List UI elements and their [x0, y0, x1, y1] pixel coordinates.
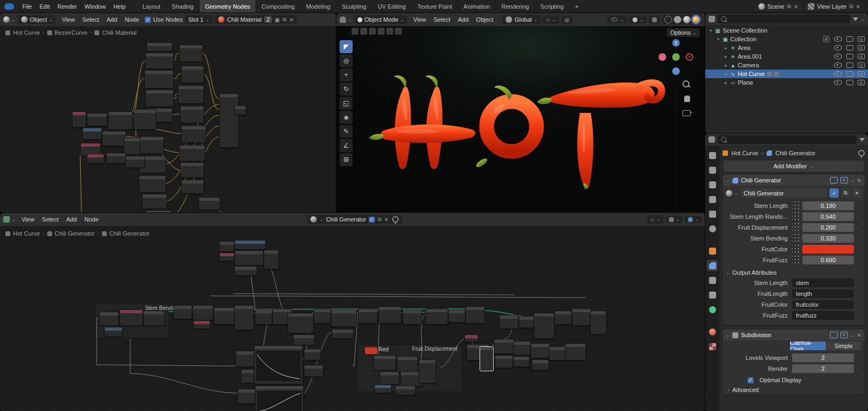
graph-node[interactable]	[87, 113, 107, 126]
input-attribute-toggle-button[interactable]	[792, 201, 801, 210]
properties-tab-object[interactable]	[707, 245, 718, 256]
graph-node[interactable]	[379, 306, 401, 324]
pin-icon[interactable]	[392, 216, 399, 223]
properties-tab-modifier[interactable]	[707, 260, 718, 271]
workspace-tab-scripting[interactable]: Scripting	[535, 0, 570, 13]
graph-node[interactable]	[108, 111, 133, 130]
transform-orientation-dropdown[interactable]: Global ⌄	[502, 15, 541, 24]
mode-dropdown[interactable]: Object Mode ⌄	[354, 15, 407, 24]
editor-type-icon[interactable]	[3, 216, 10, 223]
zoom-icon[interactable]	[682, 80, 691, 89]
expand-arrow-icon[interactable]: ▸	[723, 72, 729, 77]
unlink-node-group-icon[interactable]: ✕	[384, 217, 388, 223]
graph-node[interactable]	[288, 313, 314, 333]
hide-eye-icon[interactable]	[834, 62, 842, 68]
axis-x-dot[interactable]	[659, 53, 666, 61]
outliner-row-scene-collection[interactable]: ▾▦Scene Collection	[705, 26, 868, 35]
graph-node[interactable]	[480, 346, 494, 371]
shader-type-dropdown[interactable]: Object ⌄	[18, 15, 56, 24]
graph-node[interactable]	[180, 162, 204, 178]
graph-node[interactable]	[448, 309, 465, 323]
display-render-toggle[interactable]	[840, 177, 848, 184]
collapse-caret-icon[interactable]: ⌄	[726, 333, 730, 338]
menu-window[interactable]: Window	[81, 2, 110, 11]
menu-view[interactable]: View	[58, 15, 79, 24]
remove-view-layer-icon[interactable]: ✕	[856, 4, 860, 10]
animate-decorator[interactable]: ·	[854, 257, 860, 263]
editor-type-caret-icon[interactable]: ⌄	[12, 17, 16, 22]
viewport-canvas[interactable]: Options⌄ ◤◎+↻◱◈✎∠⊞	[336, 26, 705, 213]
copy-node-group-icon[interactable]: ⧉	[841, 188, 850, 198]
editor-type-caret-icon[interactable]: ⌄	[12, 217, 16, 222]
graph-node[interactable]	[145, 53, 174, 69]
editor-type-icon[interactable]	[709, 16, 715, 22]
axis-neg-x-dot[interactable]: ✕	[686, 53, 693, 61]
disable-viewport-icon[interactable]	[846, 71, 853, 77]
workspace-tab-shading[interactable]: Shading	[167, 0, 200, 13]
hide-eye-icon[interactable]	[834, 36, 842, 42]
fake-user-toggle[interactable]: ✓	[829, 188, 839, 198]
disable-viewport-icon[interactable]	[846, 80, 853, 85]
graph-node[interactable]	[425, 308, 448, 325]
graph-node[interactable]	[590, 311, 607, 334]
axis-neg-z-dot[interactable]	[672, 67, 680, 75]
node-group-selector[interactable]: ⌄ Chili Generator ✓ ⧉ ✕	[307, 215, 402, 224]
graph-node[interactable]	[119, 309, 143, 326]
scene-copy-icon[interactable]: ⧉	[787, 3, 791, 10]
value-slider[interactable]: 0.190	[802, 201, 854, 210]
graph-node[interactable]	[145, 90, 174, 107]
expand-arrow-icon[interactable]: ▸	[723, 46, 729, 50]
output-attributes-header[interactable]: ⌄Output Attributes	[723, 268, 865, 277]
graph-node[interactable]	[374, 384, 392, 393]
properties-tab-material[interactable]	[707, 326, 718, 337]
properties-search-input[interactable]	[718, 135, 857, 144]
graph-node[interactable]	[143, 311, 165, 326]
graph-node[interactable]	[572, 308, 591, 326]
material-users-count[interactable]: 2	[264, 16, 272, 23]
graph-node[interactable]	[179, 145, 205, 161]
graph-node[interactable]	[565, 343, 586, 361]
editor-type-icon[interactable]	[340, 16, 346, 23]
graph-node[interactable]	[304, 365, 323, 377]
properties-tab-render[interactable]	[707, 165, 718, 175]
menu-add[interactable]: Add	[454, 15, 473, 24]
graph-node[interactable]	[234, 266, 257, 276]
graph-node[interactable]	[140, 136, 164, 154]
workspace-tab-geometry-nodes[interactable]: Geometry Nodes	[200, 0, 256, 13]
outliner-row-plane[interactable]: ▸▱Plane	[705, 78, 868, 87]
graph-node[interactable]	[264, 250, 279, 269]
browse-node-group-icon[interactable]: ⌄	[735, 191, 738, 195]
collapse-caret-icon[interactable]: ⌄	[726, 178, 730, 183]
graph-node[interactable]	[419, 359, 436, 383]
graph-node[interactable]	[534, 313, 554, 339]
material-shading-icon[interactable]	[683, 16, 691, 23]
visibility-dropdown[interactable]: ⌄	[607, 16, 628, 23]
graph-node[interactable]	[499, 315, 519, 329]
graph-node[interactable]	[219, 93, 239, 148]
menu-select[interactable]: Select	[79, 15, 103, 24]
modifier-name[interactable]: Chili Generator	[741, 177, 781, 184]
node-group-field[interactable]: Chili Generator	[741, 188, 827, 198]
output-attr-input[interactable]: fruitcolor	[792, 300, 854, 309]
properties-tab-scene[interactable]	[707, 208, 718, 219]
breadcrumb-modifier[interactable]: Chili Generator	[775, 150, 815, 156]
graph-node[interactable]	[146, 42, 173, 52]
graph-node[interactable]	[102, 131, 126, 146]
graph-node[interactable]	[495, 355, 513, 368]
modifier-menu-icon[interactable]: ⌄	[851, 333, 854, 338]
menu-node[interactable]: Node	[121, 15, 143, 24]
expand-arrow-icon[interactable]: ▸	[723, 63, 729, 68]
new-view-layer-icon[interactable]: ⧉	[849, 3, 853, 10]
graph-node[interactable]	[465, 306, 485, 324]
modifier-header[interactable]: ⌄ Chili Generator ⌄ ✕	[723, 175, 865, 186]
outliner-row-area-001[interactable]: ▸☀Area.001	[705, 52, 868, 61]
rendered-shading-icon[interactable]	[692, 16, 700, 23]
workspace-tab-sculpting[interactable]: Sculpting	[336, 0, 372, 13]
menu-view[interactable]: View	[18, 215, 39, 224]
animate-decorator[interactable]: ·	[854, 246, 860, 252]
graph-node[interactable]	[403, 309, 422, 325]
graph-node[interactable]	[82, 128, 102, 140]
graph-node[interactable]	[87, 154, 104, 163]
preview-shading-toggle[interactable]: ⌄	[685, 216, 702, 223]
new-material-icon[interactable]: ⧉	[283, 16, 286, 23]
